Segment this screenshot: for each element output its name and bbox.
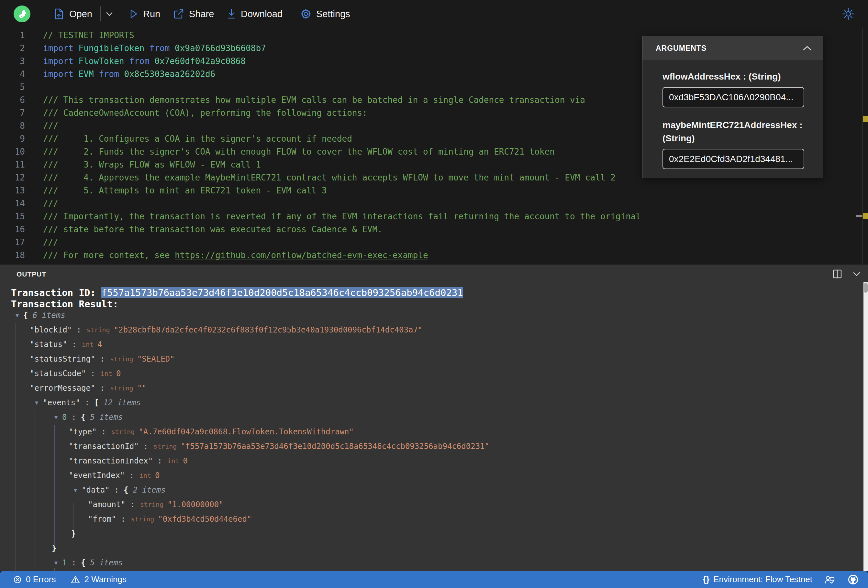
tree-ix: 1 [62, 556, 67, 570]
code-token: from [129, 56, 154, 66]
code-token: /// 2. Funds the signer's COA with enoug… [43, 147, 555, 156]
arguments-header[interactable]: ARGUMENTS [642, 36, 823, 60]
toolbar: Open Run Share [0, 0, 868, 28]
warnings-count: 2 Warnings [84, 575, 127, 584]
code-token: /// 4. Approves the example MaybeMintERC… [43, 173, 616, 183]
errors-status[interactable]: 0 Errors [13, 575, 56, 584]
share-label: Share [189, 9, 214, 19]
collapse-output-icon[interactable] [851, 268, 862, 280]
open-button[interactable]: Open [54, 0, 92, 28]
environment-label: Environment: Flow Testnet [713, 575, 812, 584]
code-line: 15/// Importantly, the transaction is re… [0, 210, 868, 223]
code-token: /// [43, 199, 58, 208]
tree-sv: 4 [97, 337, 102, 352]
github-icon[interactable] [847, 573, 859, 586]
open-label: Open [69, 9, 92, 19]
tree-row: "status" : int4 [0, 337, 861, 352]
tree-ty: int [139, 468, 151, 483]
tree-row: } [0, 526, 861, 541]
tree-expander-icon[interactable]: ▼ [74, 483, 81, 497]
tree-k: "blockId" [30, 323, 72, 337]
tree-ty: string [131, 512, 154, 526]
tree-row: "statusString" : string"SEALED" [0, 352, 861, 367]
tree-expander-icon[interactable]: ▼ [35, 396, 43, 410]
download-icon [227, 8, 236, 20]
code-link[interactable]: https://github.com/onflow/batched-evm-ex… [175, 251, 428, 260]
error-icon [13, 575, 22, 584]
tree-pn: : [86, 367, 100, 381]
share-button[interactable]: Share [173, 0, 214, 28]
transaction-summary: Transaction ID: f557a1573b76aa53e73d46f3… [11, 287, 463, 310]
tree-b: { [81, 410, 86, 425]
settings-button[interactable]: Settings [300, 0, 350, 28]
tree-k: "transactionId" [69, 439, 139, 454]
environment-status[interactable]: {} Environment: Flow Testnet [703, 575, 812, 584]
output-title: OUTPUT [16, 270, 46, 278]
braces-icon: {} [703, 575, 709, 584]
tree-pn: : [95, 381, 109, 396]
argument-input-0[interactable] [663, 87, 804, 108]
tree-row: } [0, 541, 861, 556]
tree-b: [ [94, 396, 99, 410]
code-token: import [43, 69, 79, 79]
tree-ty: string [110, 381, 133, 396]
code-token: /// 3. Wraps FLOW as WFLOW - EVM call 1 [43, 160, 261, 169]
tree-b: { [124, 483, 128, 497]
output-scrollbar[interactable] [864, 282, 868, 571]
tree-ty: string [86, 323, 110, 337]
tree-k: "type" [69, 425, 97, 439]
output-scrollbar-thumb[interactable] [864, 283, 868, 293]
open-dropdown-button[interactable] [105, 0, 114, 28]
tree-pn: : [72, 323, 86, 337]
warning-marker [863, 213, 868, 219]
tree-pn: : [139, 439, 153, 454]
tree-expander-icon[interactable]: ▼ [55, 556, 62, 570]
tree-expander-icon[interactable]: ▼ [55, 410, 62, 425]
run-play-icon [129, 9, 139, 19]
sun-icon [841, 6, 856, 21]
tree-ix: 0 [62, 410, 67, 425]
code-token: /// CadenceOwnedAccount (COA), performin… [43, 108, 367, 118]
theme-toggle-button[interactable] [841, 0, 856, 28]
tree-it: 5 items [90, 556, 123, 570]
line-number: 6 [0, 93, 25, 106]
tree-ty: int [167, 454, 179, 468]
tree-row: "blockId" : string"2b28cbfb87da2cfec4f02… [0, 323, 861, 337]
line-number: 14 [0, 197, 25, 210]
code-token: import [43, 56, 79, 66]
tree-k: "events" [43, 396, 80, 410]
tree-k: "eventIndex" [69, 468, 125, 483]
arguments-body: wflowAddressHex : (String)maybeMintERC72… [642, 60, 823, 180]
tree-k: "statusCode" [30, 367, 86, 381]
tree-sv: "A.7e60df042a9c0868.FlowToken.TokensWith… [139, 425, 354, 439]
tree-row: "type" : string"A.7e60df042a9c0868.FlowT… [0, 425, 861, 439]
tree-sv: "2b28cbfb87da2cfec4f0232c6f883f0f12c95b3… [114, 323, 423, 337]
tree-row: "statusCode" : int0 [0, 367, 861, 381]
download-label: Download [241, 9, 282, 19]
overview-ruler [862, 28, 862, 265]
code-token: 0x9a0766d93b6608b7 [175, 43, 266, 53]
tree-k: "amount" [88, 497, 125, 512]
tree-expander-icon[interactable]: ▼ [16, 308, 23, 323]
warning-icon [71, 575, 80, 584]
run-button[interactable]: Run [129, 0, 160, 28]
tree-row: "eventIndex" : int0 [0, 468, 861, 483]
feedback-icon[interactable] [824, 575, 835, 584]
code-token: from [99, 69, 124, 79]
tree-b: { [81, 556, 86, 570]
argument-input-1[interactable] [663, 149, 804, 169]
warnings-status[interactable]: 2 Warnings [71, 575, 127, 584]
run-label: Run [143, 9, 160, 19]
tree-k: "status" [30, 337, 67, 352]
tree-pn: : [125, 497, 139, 512]
open-file-icon [54, 8, 65, 20]
split-view-icon[interactable] [832, 268, 843, 280]
settings-label: Settings [316, 9, 350, 19]
tree-k: "statusString" [30, 352, 95, 367]
line-number: 11 [0, 158, 25, 171]
tree-k: "data" [81, 483, 110, 497]
flow-logo[interactable] [13, 6, 30, 22]
download-button[interactable]: Download [227, 0, 282, 28]
tree-row: ▼{6 items [0, 308, 861, 323]
tree-it: 5 items [90, 410, 123, 425]
